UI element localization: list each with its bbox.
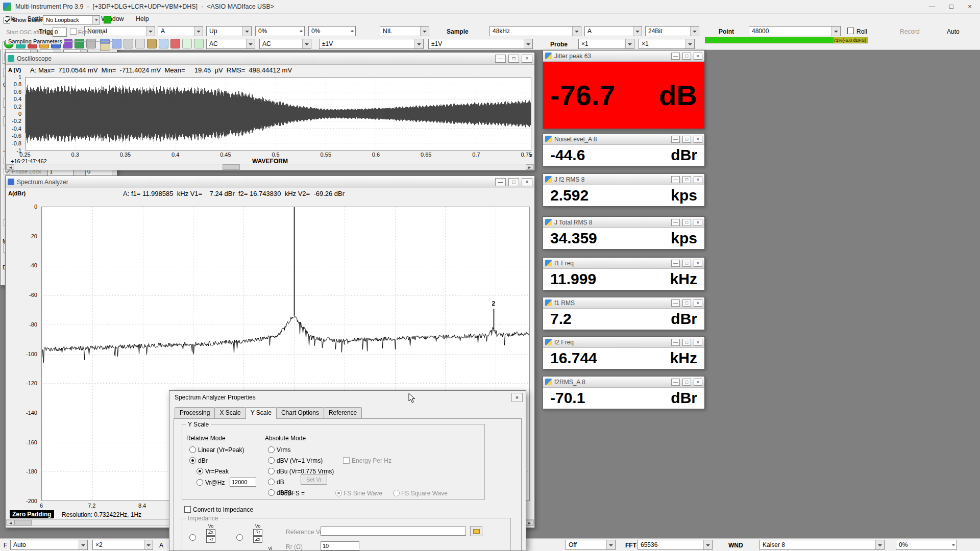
fs-sine-radio[interactable] xyxy=(335,490,342,496)
maximize-button[interactable]: □ xyxy=(508,178,519,186)
close-button[interactable]: × xyxy=(694,299,702,307)
maximize-button[interactable]: □ xyxy=(682,379,691,386)
window-function-dropdown[interactable]: Kaiser 8 xyxy=(760,540,885,550)
trigger-level-spinner[interactable]: 0% xyxy=(255,26,305,36)
close-button[interactable]: × xyxy=(694,136,702,143)
generator-run-button[interactable] xyxy=(104,16,111,23)
scroll-thumb[interactable] xyxy=(223,164,240,170)
sample-rate-dropdown[interactable]: 48kHz xyxy=(489,26,581,36)
scroll-left-icon[interactable]: ◄ xyxy=(7,520,14,525)
tab-processing[interactable]: Processing xyxy=(175,407,215,419)
loopback-dropdown[interactable]: No Loopback xyxy=(43,15,100,24)
maximize-button[interactable]: □ xyxy=(682,176,691,183)
tab-y-scale[interactable]: Y Scale xyxy=(246,407,277,419)
autoscale-icon[interactable] xyxy=(124,39,133,48)
scroll-right-icon[interactable]: ► xyxy=(526,520,533,525)
vrms-radio[interactable] xyxy=(268,446,275,453)
close-button[interactable]: × xyxy=(694,53,702,60)
meter-titlebar[interactable]: Jitter peak 63 — □ × xyxy=(543,51,704,62)
maximize-button[interactable]: □ xyxy=(682,136,691,143)
meter-titlebar[interactable]: J f2 RMS 8 — □ × xyxy=(543,174,704,185)
sample-bits-dropdown[interactable]: 24Bit xyxy=(645,26,699,36)
probe-a-dropdown[interactable]: ×1 xyxy=(578,39,634,49)
coupling-a-dropdown[interactable]: AC xyxy=(206,39,255,49)
trigger-hpf-dropdown[interactable]: NIL xyxy=(380,26,429,36)
dbfs-radio[interactable] xyxy=(268,489,275,496)
start-osc-field[interactable]: 0 xyxy=(53,28,67,37)
lock-icon[interactable] xyxy=(147,39,157,48)
set-vr-button[interactable]: Set Vr xyxy=(301,474,327,485)
minimize-button[interactable]: — xyxy=(671,379,680,386)
dialog-close-button[interactable]: × xyxy=(511,393,523,402)
dbv-radio[interactable] xyxy=(268,457,275,464)
multiplier-dropdown[interactable]: ×2 xyxy=(92,540,153,550)
sound-icon[interactable] xyxy=(170,39,180,48)
fs-square-radio[interactable] xyxy=(393,490,400,496)
maximize-button[interactable]: □ xyxy=(682,219,691,226)
dbr-radio[interactable] xyxy=(189,457,196,464)
auto-button[interactable]: Auto xyxy=(947,28,960,35)
minimize-button[interactable]: — xyxy=(671,53,680,60)
app-close-button[interactable]: × xyxy=(961,0,979,14)
output-mode-dropdown[interactable]: Off xyxy=(566,540,616,550)
app-maximize-button[interactable]: □ xyxy=(942,0,961,14)
minimize-button[interactable]: — xyxy=(671,176,680,183)
step-play-icon[interactable] xyxy=(194,39,204,48)
trigger-delay-spinner[interactable]: 0% xyxy=(308,26,356,36)
fft-size-dropdown[interactable]: 65536 xyxy=(638,540,713,550)
reference-vo-field[interactable] xyxy=(321,527,466,536)
close-button[interactable]: × xyxy=(694,260,702,267)
minimize-button[interactable]: — xyxy=(671,260,680,267)
meter-titlebar[interactable]: NoiseLevel_A 8 — □ × xyxy=(543,134,704,145)
close-button[interactable]: × xyxy=(694,379,702,386)
point-dropdown[interactable]: 48000 xyxy=(749,26,841,36)
tab-reference[interactable]: Reference xyxy=(324,407,362,419)
minimize-button[interactable]: — xyxy=(671,219,680,226)
close-button[interactable]: × xyxy=(522,178,532,186)
osc-h-scrollbar[interactable]: ◄ ► xyxy=(6,164,534,170)
scroll-thumb[interactable] xyxy=(14,520,32,525)
tab-chart-options[interactable]: Chart Options xyxy=(276,407,324,419)
maximize-button[interactable]: □ xyxy=(682,339,691,346)
menu-window[interactable]: Window xyxy=(96,14,129,24)
app-minimize-button[interactable]: — xyxy=(923,0,941,14)
impedance-option1-radio[interactable] xyxy=(189,534,196,541)
spectrum-titlebar[interactable]: Spectrum Analyzer — □ × xyxy=(6,176,534,188)
dbu-radio[interactable] xyxy=(268,468,275,474)
oscilloscope-titlebar[interactable]: Oscilloscope — □ × xyxy=(6,53,534,65)
vr-peak-radio[interactable] xyxy=(197,468,203,474)
minimize-button[interactable]: — xyxy=(495,178,506,186)
minimize-button[interactable]: — xyxy=(671,136,680,143)
show-editor-checkbox[interactable] xyxy=(4,17,10,23)
range-a-dropdown[interactable]: ±1V xyxy=(319,39,424,49)
minimize-button[interactable]: — xyxy=(495,55,506,63)
scroll-left-icon[interactable]: ◄ xyxy=(7,164,14,170)
echo-only-checkbox[interactable] xyxy=(70,28,77,35)
range-b-dropdown[interactable]: ±1V xyxy=(428,39,533,49)
impedance-option2-radio[interactable] xyxy=(236,534,243,541)
linear-radio[interactable] xyxy=(189,446,196,453)
coupling-b-dropdown[interactable]: AC xyxy=(259,39,311,49)
vr-hz-field[interactable]: 12000 xyxy=(230,478,256,487)
energy-per-hz-checkbox[interactable] xyxy=(343,457,350,464)
maximize-button[interactable]: □ xyxy=(682,260,691,267)
close-button[interactable]: × xyxy=(694,219,702,226)
zoom-out-icon[interactable] xyxy=(112,39,121,48)
play-icon[interactable] xyxy=(182,39,192,48)
maximize-button[interactable]: □ xyxy=(682,53,691,60)
convert-impedance-checkbox[interactable] xyxy=(184,506,191,513)
close-button[interactable]: × xyxy=(694,339,702,346)
roll-checkbox[interactable] xyxy=(847,28,854,34)
oscilloscope-plot[interactable] xyxy=(25,77,531,151)
browse-reference-button[interactable] xyxy=(470,526,482,536)
minimize-button[interactable]: — xyxy=(671,339,680,346)
sample-channel-dropdown[interactable]: A xyxy=(584,26,642,36)
probe-b-dropdown[interactable]: ×1 xyxy=(639,39,695,49)
tab-x-scale[interactable]: X Scale xyxy=(214,407,246,419)
meter-titlebar[interactable]: J Total RMS 8 — □ × xyxy=(543,217,704,228)
trigger-source-dropdown[interactable]: A xyxy=(158,26,203,36)
rr-field[interactable]: 10 xyxy=(321,541,359,550)
scroll-right-icon[interactable]: ► xyxy=(526,164,533,170)
open-wave-icon[interactable] xyxy=(100,43,110,51)
restore-layout-icon[interactable] xyxy=(135,39,145,48)
